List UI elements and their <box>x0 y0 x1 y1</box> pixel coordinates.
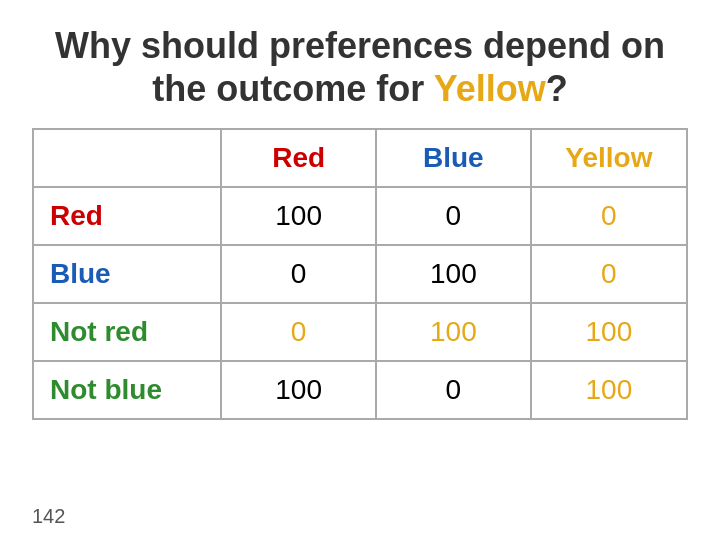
table-row: Blue 0 100 0 <box>33 245 687 303</box>
row-label-notred: Not red <box>33 303 221 361</box>
table-row: Not blue 100 0 100 <box>33 361 687 419</box>
table-header-row: Red Blue Yellow <box>33 129 687 187</box>
cell-notblue-yellow: 100 <box>531 361 687 419</box>
cell-notred-yellow: 100 <box>531 303 687 361</box>
cell-blue-yellow: 0 <box>531 245 687 303</box>
preference-table: Red Blue Yellow Red 100 0 0 Blue 0 100 0… <box>32 128 688 420</box>
cell-notred-red: 0 <box>221 303 376 361</box>
row-label-notblue: Not blue <box>33 361 221 419</box>
cell-notred-blue: 100 <box>376 303 531 361</box>
cell-notblue-red: 100 <box>221 361 376 419</box>
table-row: Not red 0 100 100 <box>33 303 687 361</box>
title-yellow-word: Yellow <box>434 68 546 109</box>
cell-notblue-blue: 0 <box>376 361 531 419</box>
cell-blue-blue: 100 <box>376 245 531 303</box>
header-red: Red <box>221 129 376 187</box>
page-number: 142 <box>32 505 65 528</box>
table-row: Red 100 0 0 <box>33 187 687 245</box>
title-punctuation: ? <box>546 68 568 109</box>
title-part1: Why should preferences depend on <box>55 25 665 66</box>
row-label-red: Red <box>33 187 221 245</box>
title-part2: the outcome for <box>152 68 433 109</box>
header-blue: Blue <box>376 129 531 187</box>
cell-red-blue: 0 <box>376 187 531 245</box>
row-label-blue: Blue <box>33 245 221 303</box>
cell-blue-red: 0 <box>221 245 376 303</box>
cell-red-yellow: 0 <box>531 187 687 245</box>
cell-red-red: 100 <box>221 187 376 245</box>
slide-title: Why should preferences depend on the out… <box>32 24 688 110</box>
header-yellow: Yellow <box>531 129 687 187</box>
header-empty <box>33 129 221 187</box>
main-container: Why should preferences depend on the out… <box>0 0 720 436</box>
